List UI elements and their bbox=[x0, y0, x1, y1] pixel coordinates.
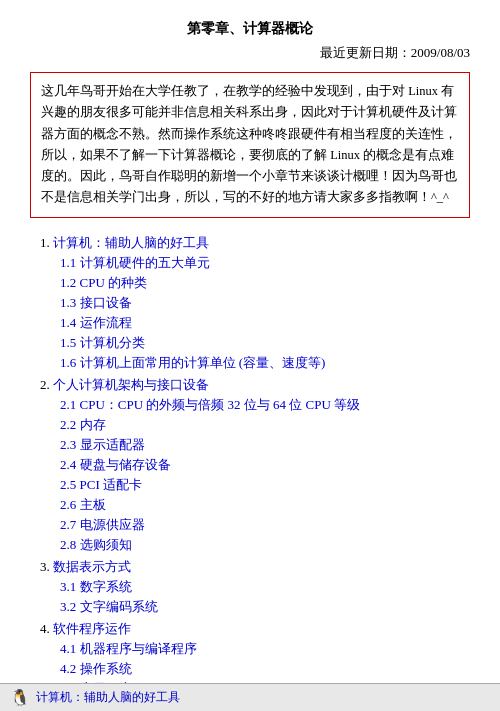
toc-sub-item-2-1: 2.1 CPU：CPU 的外频与倍频 32 位与 64 位 CPU 等级 bbox=[60, 396, 470, 414]
toc-top-label-3: 3. 数据表示方式 bbox=[40, 558, 470, 576]
toc-sub-link-2-6[interactable]: 2.6 主板 bbox=[60, 497, 106, 512]
toc-sub-link-3-2[interactable]: 3.2 文字编码系统 bbox=[60, 599, 158, 614]
toc-sub-item-1-2: 1.2 CPU 的种类 bbox=[60, 274, 470, 292]
toc-top-label-4: 4. 软件程序运作 bbox=[40, 620, 470, 638]
bottom-bar-link[interactable]: 计算机：辅助人脑的好工具 bbox=[36, 689, 180, 706]
toc-sub-link-2-1[interactable]: 2.1 CPU：CPU 的外频与倍频 32 位与 64 位 CPU 等级 bbox=[60, 397, 360, 412]
toc-sub-link-1-4[interactable]: 1.4 运作流程 bbox=[60, 315, 132, 330]
toc-sub-item-2-2: 2.2 内存 bbox=[60, 416, 470, 434]
toc-sub-item-1-5: 1.5 计算机分类 bbox=[60, 334, 470, 352]
toc-sub-item-3-1: 3.1 数字系统 bbox=[60, 578, 470, 596]
toc-sub-link-1-5[interactable]: 1.5 计算机分类 bbox=[60, 335, 145, 350]
toc-sub-item-3-2: 3.2 文字编码系统 bbox=[60, 598, 470, 616]
toc-sub-link-3-1[interactable]: 3.1 数字系统 bbox=[60, 579, 132, 594]
toc-sub-item-2-5: 2.5 PCI 适配卡 bbox=[60, 476, 470, 494]
toc-top-label-2: 2. 个人计算机架构与接口设备 bbox=[40, 376, 470, 394]
toc-item-2: 2. 个人计算机架构与接口设备2.1 CPU：CPU 的外频与倍频 32 位与 … bbox=[40, 376, 470, 554]
toc-sub-link-4-1[interactable]: 4.1 机器程序与编译程序 bbox=[60, 641, 197, 656]
table-of-contents: 1. 计算机：辅助人脑的好工具1.1 计算机硬件的五大单元1.2 CPU 的种类… bbox=[40, 234, 470, 712]
update-date-label: 最近更新日期： bbox=[320, 45, 411, 60]
update-date: 最近更新日期：2009/08/03 bbox=[30, 44, 470, 62]
toc-item-1: 1. 计算机：辅助人脑的好工具1.1 计算机硬件的五大单元1.2 CPU 的种类… bbox=[40, 234, 470, 372]
toc-sub-item-2-7: 2.7 电源供应器 bbox=[60, 516, 470, 534]
toc-sub-link-2-4[interactable]: 2.4 硬盘与储存设备 bbox=[60, 457, 171, 472]
toc-sub-2: 2.1 CPU：CPU 的外频与倍频 32 位与 64 位 CPU 等级2.2 … bbox=[40, 396, 470, 554]
toc-link-4[interactable]: 软件程序运作 bbox=[53, 621, 131, 636]
toc-sub-3: 3.1 数字系统3.2 文字编码系统 bbox=[40, 578, 470, 616]
toc-sub-link-1-3[interactable]: 1.3 接口设备 bbox=[60, 295, 132, 310]
bottom-bar: 🐧 计算机：辅助人脑的好工具 bbox=[0, 683, 500, 711]
toc-sub-link-2-5[interactable]: 2.5 PCI 适配卡 bbox=[60, 477, 142, 492]
toc-sub-link-2-3[interactable]: 2.3 显示适配器 bbox=[60, 437, 145, 452]
toc-sub-item-2-4: 2.4 硬盘与储存设备 bbox=[60, 456, 470, 474]
intro-box: 这几年鸟哥开始在大学任教了，在教学的经验中发现到，由于对 Linux 有兴趣的朋… bbox=[30, 72, 470, 218]
toc-item-3: 3. 数据表示方式3.1 数字系统3.2 文字编码系统 bbox=[40, 558, 470, 616]
toc-sub-item-4-2: 4.2 操作系统 bbox=[60, 660, 470, 678]
toc-sub-link-1-6[interactable]: 1.6 计算机上面常用的计算单位 (容量、速度等) bbox=[60, 355, 325, 370]
toc-link-1[interactable]: 计算机：辅助人脑的好工具 bbox=[53, 235, 209, 250]
toc-link-3[interactable]: 数据表示方式 bbox=[53, 559, 131, 574]
toc-link-2[interactable]: 个人计算机架构与接口设备 bbox=[53, 377, 209, 392]
toc-sub-link-2-8[interactable]: 2.8 选购须知 bbox=[60, 537, 132, 552]
toc-sub-link-1-1[interactable]: 1.1 计算机硬件的五大单元 bbox=[60, 255, 210, 270]
toc-sub-item-1-6: 1.6 计算机上面常用的计算单位 (容量、速度等) bbox=[60, 354, 470, 372]
toc-sub-link-1-2[interactable]: 1.2 CPU 的种类 bbox=[60, 275, 147, 290]
toc-sub-item-1-4: 1.4 运作流程 bbox=[60, 314, 470, 332]
update-date-value: 2009/08/03 bbox=[411, 45, 470, 60]
toc-sub-item-1-3: 1.3 接口设备 bbox=[60, 294, 470, 312]
toc-sub-1: 1.1 计算机硬件的五大单元1.2 CPU 的种类1.3 接口设备1.4 运作流… bbox=[40, 254, 470, 372]
toc-sub-link-2-2[interactable]: 2.2 内存 bbox=[60, 417, 106, 432]
toc-sub-item-2-3: 2.3 显示适配器 bbox=[60, 436, 470, 454]
toc-top-label-1: 1. 计算机：辅助人脑的好工具 bbox=[40, 234, 470, 252]
toc-sub-item-1-1: 1.1 计算机硬件的五大单元 bbox=[60, 254, 470, 272]
intro-text: 这几年鸟哥开始在大学任教了，在教学的经验中发现到，由于对 Linux 有兴趣的朋… bbox=[41, 84, 457, 204]
page-title: 第零章、计算器概论 bbox=[30, 20, 470, 38]
toc-sub-item-2-8: 2.8 选购须知 bbox=[60, 536, 470, 554]
toc-sub-link-2-7[interactable]: 2.7 电源供应器 bbox=[60, 517, 145, 532]
toc-sub-link-4-2[interactable]: 4.2 操作系统 bbox=[60, 661, 132, 676]
toc-sub-item-4-1: 4.1 机器程序与编译程序 bbox=[60, 640, 470, 658]
linux-icon: 🐧 bbox=[10, 688, 30, 707]
toc-sub-item-2-6: 2.6 主板 bbox=[60, 496, 470, 514]
